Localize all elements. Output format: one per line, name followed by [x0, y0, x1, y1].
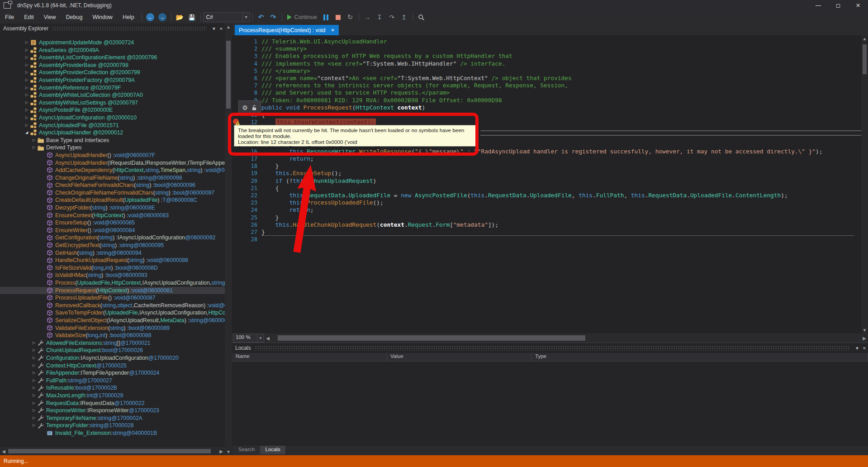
expander-collapsed-icon[interactable]: ▷: [31, 407, 37, 415]
panel-close-icon[interactable]: ✕: [861, 346, 868, 351]
tree-horizontal-scrollbar[interactable]: ◀ ▶: [0, 447, 225, 455]
tree-item[interactable]: ▷AssemblyWhiteListCollection @020007A0: [0, 91, 225, 99]
tree-item[interactable]: AsyncUploadHandler(IRequestData, IRespon…: [0, 159, 225, 167]
navigate-forward-button[interactable]: →: [157, 12, 169, 23]
expander-collapsed-icon[interactable]: ▷: [24, 62, 30, 69]
chevron-down-icon[interactable]: ▼: [242, 13, 250, 22]
menu-debug[interactable]: Debug: [61, 12, 88, 22]
scrollbar-track[interactable]: [271, 334, 861, 343]
code-line[interactable]: 26this.HandleChunkUploadRequest(context.…: [232, 221, 861, 229]
tree-item[interactable]: ChangeOriginalFileName(string) : string …: [0, 174, 225, 182]
code-line[interactable]: 8/// and Server) used to service HTTP re…: [232, 89, 861, 96]
code-line[interactable]: 3/// Enables processing of HTTP Web requ…: [232, 52, 861, 60]
tree-item[interactable]: ▷IsReusable : bool @1700002B: [0, 384, 225, 392]
expander-collapsed-icon[interactable]: ▷: [31, 422, 37, 429]
panel-menu-icon[interactable]: ▼: [854, 346, 861, 351]
expander-collapsed-icon[interactable]: ▷: [24, 122, 30, 129]
expander-collapsed-icon[interactable]: ▷: [24, 91, 30, 99]
scroll-right-icon[interactable]: ▶: [218, 449, 225, 454]
breakpoint-margin[interactable]: [232, 199, 242, 206]
tree-item[interactable]: ▷AppointmentUpdateMode @02000724: [0, 39, 225, 47]
breakpoint-margin[interactable]: [232, 60, 242, 67]
tree-item[interactable]: ▷AssemblyListConfigurationElement @02000…: [0, 54, 225, 62]
expander-collapsed-icon[interactable]: ▷: [24, 47, 30, 54]
breakpoint-margin[interactable]: [232, 38, 242, 45]
editor-horizontal-scrollbar[interactable]: 100 % ▼ ◀ ▶: [232, 334, 868, 343]
tree-item[interactable]: ▷Base Type and Interfaces: [0, 137, 225, 144]
expander-collapsed-icon[interactable]: ▷: [31, 384, 37, 392]
tree-item[interactable]: ▷AsyncUploadedFile @02001571: [0, 122, 225, 129]
tree-item[interactable]: ▷AreaSeries @0200049A: [0, 47, 225, 54]
code-line[interactable]: 4/// implements the <see cref="T:System.…: [232, 60, 861, 67]
tree-item[interactable]: ▷AssemblyProviderFactory @0200079A: [0, 76, 225, 84]
breakpoint-margin[interactable]: [232, 214, 242, 221]
expander-collapsed-icon[interactable]: ▷: [24, 69, 30, 76]
zoom-selector[interactable]: 100 % ▼: [233, 334, 264, 343]
code-line[interactable]: 20if (!this.ChunkUploadRequest): [232, 177, 861, 185]
tree-item[interactable]: IsFileSizeValid(long, int) : bool @06000…: [0, 264, 225, 272]
expander-collapsed-icon[interactable]: ▷: [24, 84, 30, 92]
tree-item[interactable]: ◢AsyncUploadHandler @02000012: [0, 129, 225, 137]
breakpoint-margin[interactable]: [232, 229, 242, 236]
tree-item[interactable]: EnsureSetup() : void @06000085: [0, 219, 225, 227]
code-line[interactable]: 24return;: [232, 206, 861, 214]
scrollbar-thumb[interactable]: [278, 335, 585, 341]
menu-edit[interactable]: Edit: [19, 12, 39, 22]
expander-open-icon[interactable]: ◢: [24, 129, 30, 137]
breakpoint-margin[interactable]: [232, 185, 242, 192]
expander-collapsed-icon[interactable]: ▷: [31, 369, 37, 377]
code-editor[interactable]: 1// Telerik.Web.UI.AsyncUploadHandler2//…: [232, 35, 861, 334]
menu-file[interactable]: File: [0, 12, 19, 22]
menu-help[interactable]: Help: [118, 12, 139, 22]
tree-item[interactable]: ▷Derived Types: [0, 144, 225, 152]
tree-item[interactable]: EnsureWriter() : void @06000084: [0, 227, 225, 234]
tree-item[interactable]: Invalid_File_Extension : string @0400001…: [0, 429, 225, 437]
tree-item[interactable]: ▷MaxJsonLength : int @17000029: [0, 392, 225, 400]
tree-item[interactable]: CheckFileNameForInvalidChars(string) : b…: [0, 181, 225, 189]
expander-collapsed-icon[interactable]: ▷: [31, 400, 37, 407]
tree-item[interactable]: ▷AsyncUploadConfiguration @02000010: [0, 114, 225, 122]
breakpoint-margin[interactable]: [232, 75, 242, 82]
menu-window[interactable]: Window: [87, 12, 117, 22]
tree-item[interactable]: ValidateFileExtension(string) : bool @06…: [0, 324, 225, 332]
unlock-icon[interactable]: [251, 105, 257, 111]
tree-item[interactable]: ▷RequestData : IRequestData @17000022: [0, 400, 225, 407]
locals-column-type[interactable]: Type: [531, 353, 868, 361]
expander-collapsed-icon[interactable]: ▷: [31, 415, 37, 422]
expander-collapsed-icon[interactable]: ▷: [24, 54, 30, 62]
breakpoint-margin[interactable]: [232, 89, 242, 96]
tree-item[interactable]: CheckOriginalFileNameForInvalidChars(str…: [0, 189, 225, 197]
panel-menu-icon[interactable]: ▼: [210, 26, 218, 31]
code-line[interactable]: 19this.EnsureSetup();: [232, 170, 861, 177]
code-line[interactable]: 23this.ProcessUploadedFile();: [232, 199, 861, 206]
code-line[interactable]: 22this.RequestData.UploadedFile = new As…: [232, 192, 861, 199]
breakpoint-margin[interactable]: [232, 52, 242, 60]
scroll-left-icon[interactable]: ◀: [264, 336, 271, 341]
tree-vertical-scrollbar[interactable]: ▲ ▼: [225, 24, 232, 455]
code-line[interactable]: 10public void ProcessRequest(HttpContext…: [232, 104, 861, 111]
tree-item[interactable]: GetEncryptedText(string) : string @06000…: [0, 242, 225, 249]
show-next-statement-button[interactable]: →: [361, 12, 374, 23]
expander-collapsed-icon[interactable]: ▷: [31, 137, 37, 144]
tree-item[interactable]: ▷Configuration : IAsyncUploadConfigurati…: [0, 354, 225, 362]
expander-collapsed-icon[interactable]: ▷: [24, 106, 30, 114]
tree-item[interactable]: ▷ChunkUploadRequest : bool @17000026: [0, 347, 225, 354]
tree-item[interactable]: ▷AssemblyProviderCollection @02000799: [0, 69, 225, 76]
navigate-back-button[interactable]: ←: [144, 12, 157, 23]
language-selector[interactable]: C# ▼: [203, 12, 250, 22]
pause-button[interactable]: [320, 12, 332, 23]
tree-item[interactable]: ▷AllowedFileExtensions : string[] @17000…: [0, 339, 225, 347]
tree-item[interactable]: EnsureContext(HttpContext) : void @06000…: [0, 212, 225, 219]
tab-close-icon[interactable]: ✕: [331, 28, 334, 33]
breakpoint-margin[interactable]: [232, 82, 242, 89]
close-button[interactable]: ✕: [848, 0, 868, 11]
code-line[interactable]: 6/// <param name="context">An <see cref=…: [232, 75, 861, 82]
expander-collapsed-icon[interactable]: ▷: [31, 392, 37, 400]
continue-button[interactable]: Continue: [285, 14, 320, 20]
breakpoint-margin[interactable]: [232, 162, 242, 170]
expander-collapsed-icon[interactable]: ▷: [31, 144, 37, 152]
scroll-left-icon[interactable]: ◀: [0, 449, 7, 454]
code-line[interactable]: 5/// </summary>: [232, 67, 861, 75]
breakpoint-margin[interactable]: [232, 45, 242, 52]
scrollbar-thumb[interactable]: [8, 449, 211, 453]
